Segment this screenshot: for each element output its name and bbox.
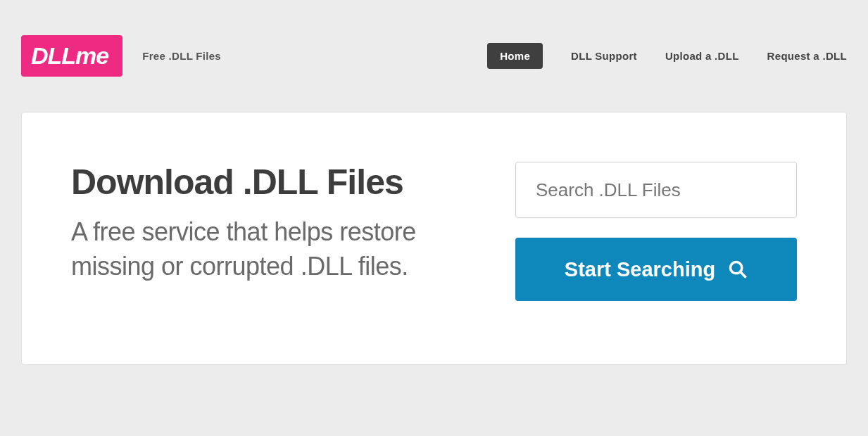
search-button-label: Start Searching <box>565 258 715 281</box>
nav-home[interactable]: Home <box>487 43 543 69</box>
svg-line-1 <box>741 272 746 278</box>
header: DLLme Free .DLL Files Home DLL Support U… <box>0 0 868 98</box>
nav: Home DLL Support Upload a .DLL Request a… <box>487 43 847 69</box>
page-title: Download .DLL Files <box>71 162 473 203</box>
svg-point-0 <box>731 262 742 274</box>
nav-request[interactable]: Request a .DLL <box>767 50 847 62</box>
tagline: Free .DLL Files <box>142 50 221 62</box>
search-panel: Start Searching <box>515 162 797 301</box>
page-subtitle: A free service that helps restore missin… <box>71 215 473 283</box>
search-icon <box>728 259 748 279</box>
nav-dll-support[interactable]: DLL Support <box>571 50 637 62</box>
logo[interactable]: DLLme <box>21 35 122 77</box>
nav-upload[interactable]: Upload a .DLL <box>665 50 739 62</box>
search-input[interactable] <box>515 162 797 218</box>
start-searching-button[interactable]: Start Searching <box>515 238 797 301</box>
hero-card: Download .DLL Files A free service that … <box>21 112 847 365</box>
hero-text: Download .DLL Files A free service that … <box>71 162 473 301</box>
